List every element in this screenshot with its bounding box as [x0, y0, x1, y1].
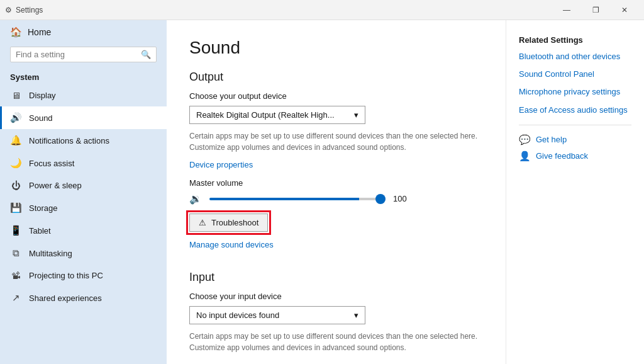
troubleshoot-button[interactable]: ⚠ Troubleshoot: [189, 213, 268, 232]
input-device-label: Choose your input device: [189, 292, 483, 301]
sidebar-item-projecting[interactable]: 📽 Projecting to this PC: [0, 264, 167, 287]
sidebar-item-storage[interactable]: 💾 Storage: [0, 196, 167, 219]
volume-section: Master volume 🔉 100: [189, 178, 483, 205]
related-link-ease[interactable]: Ease of Access audio settings: [519, 105, 631, 116]
main-content: Sound Output Choose your output device R…: [167, 20, 506, 364]
input-section-title: Input: [189, 271, 483, 284]
volume-label: Master volume: [189, 178, 483, 188]
related-link-microphone[interactable]: Microphone privacy settings: [519, 86, 631, 98]
sidebar-item-notifications[interactable]: 🔔 Notifications & actions: [0, 129, 167, 152]
search-icon: 🔍: [141, 50, 151, 59]
app-title: Settings: [16, 6, 43, 14]
sidebar-item-multitasking[interactable]: ⧉ Multitasking: [0, 242, 167, 264]
warning-icon: ⚠: [199, 218, 206, 227]
minimize-button[interactable]: —: [552, 0, 581, 20]
give-feedback-icon: 👤: [519, 151, 531, 162]
output-device-label: Choose your output device: [189, 91, 483, 101]
sidebar-item-display-label: Display: [29, 91, 56, 100]
volume-row: 🔉 100: [189, 193, 483, 205]
sidebar-item-display[interactable]: 🖥 Display: [0, 84, 167, 106]
give-feedback-link[interactable]: Give feedback: [536, 151, 588, 161]
sidebar-item-focus-label: Focus assist: [29, 159, 74, 168]
sidebar-item-sound[interactable]: 🔊 Sound: [0, 106, 167, 129]
input-section: Input Choose your input device No input …: [189, 271, 483, 353]
sidebar-item-power[interactable]: ⏻ Power & sleep: [0, 174, 167, 196]
sidebar-item-multitasking-label: Multitasking: [29, 249, 72, 258]
get-help-icon: 💬: [519, 134, 531, 145]
notifications-icon: 🔔: [10, 135, 21, 146]
storage-icon: 💾: [10, 202, 21, 213]
title-bar-left: ⚙ Settings: [5, 6, 43, 14]
sidebar-item-sound-label: Sound: [29, 113, 53, 123]
output-device-dropdown[interactable]: Realtek Digital Output (Realtek High... …: [189, 106, 365, 124]
search-input[interactable]: [16, 50, 141, 59]
related-link-bluetooth[interactable]: Bluetooth and other devices: [519, 51, 631, 62]
home-icon: 🏠: [10, 26, 21, 38]
settings-icon: ⚙: [5, 6, 12, 14]
input-description: Certain apps may be set up to use differ…: [189, 331, 479, 353]
title-bar-controls: — ❐ ✕: [552, 0, 639, 20]
volume-value: 100: [393, 194, 412, 203]
projecting-icon: 📽: [10, 270, 21, 281]
maximize-button[interactable]: ❐: [581, 0, 610, 20]
sidebar-item-tablet-label: Tablet: [29, 226, 51, 236]
sidebar-item-focus[interactable]: 🌙 Focus assist: [0, 152, 167, 174]
right-panel: Related Settings Bluetooth and other dev…: [506, 20, 644, 364]
sidebar-home-label: Home: [28, 27, 51, 37]
tablet-icon: 📱: [10, 225, 21, 236]
output-device-value: Realtek Digital Output (Realtek High...: [196, 110, 335, 120]
sidebar-item-power-label: Power & sleep: [29, 181, 82, 190]
input-dropdown-chevron-icon: ▾: [354, 310, 358, 320]
sidebar-item-projecting-label: Projecting to this PC: [29, 271, 103, 280]
shared-icon: ↗: [10, 292, 21, 304]
sidebar-item-notifications-label: Notifications & actions: [29, 136, 109, 145]
sound-icon: 🔊: [10, 112, 21, 123]
sidebar-item-tablet[interactable]: 📱 Tablet: [0, 219, 167, 242]
title-bar: ⚙ Settings — ❐ ✕: [0, 0, 644, 20]
input-device-dropdown[interactable]: No input devices found ▾: [189, 306, 365, 324]
troubleshoot-label: Troubleshoot: [211, 218, 258, 227]
dropdown-chevron-icon: ▾: [354, 110, 358, 120]
related-settings-title: Related Settings: [519, 35, 631, 45]
manage-sound-link[interactable]: Manage sound devices: [189, 240, 274, 249]
page-title: Sound: [189, 38, 483, 58]
app-body: 🏠 Home 🔍 System 🖥 Display 🔊 Sound 🔔 Noti…: [0, 20, 644, 364]
right-divider: [519, 125, 631, 125]
sidebar-search-box[interactable]: 🔍: [10, 47, 157, 62]
related-link-sound-panel[interactable]: Sound Control Panel: [519, 69, 631, 80]
sidebar-item-storage-label: Storage: [29, 203, 58, 213]
system-section-title: System: [0, 69, 167, 84]
focus-icon: 🌙: [10, 157, 21, 169]
volume-speaker-icon: 🔉: [189, 193, 202, 205]
sidebar-item-shared[interactable]: ↗ Shared experiences: [0, 287, 167, 309]
power-icon: ⏻: [10, 180, 21, 191]
input-device-value: No input devices found: [196, 310, 279, 320]
get-help-link[interactable]: Get help: [536, 135, 567, 144]
display-icon: 🖥: [10, 90, 21, 101]
output-section-title: Output: [189, 71, 483, 84]
output-description: Certain apps may be set up to use differ…: [189, 130, 479, 153]
sidebar-item-home[interactable]: 🏠 Home: [0, 20, 167, 44]
get-help-row[interactable]: 💬 Get help: [519, 134, 631, 145]
device-properties-link[interactable]: Device properties: [189, 160, 253, 169]
give-feedback-row[interactable]: 👤 Give feedback: [519, 151, 631, 162]
close-button[interactable]: ✕: [610, 0, 639, 20]
sidebar: 🏠 Home 🔍 System 🖥 Display 🔊 Sound 🔔 Noti…: [0, 20, 167, 364]
multitasking-icon: ⧉: [10, 247, 21, 259]
sidebar-item-shared-label: Shared experiences: [29, 293, 102, 303]
volume-slider[interactable]: [209, 198, 386, 200]
